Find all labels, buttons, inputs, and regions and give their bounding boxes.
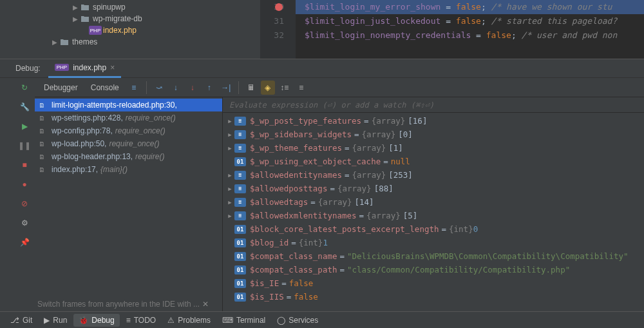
step-out-icon[interactable]: ↑	[202, 81, 216, 95]
pin-icon[interactable]: 📌	[17, 235, 32, 249]
stack-frame[interactable]: 🗎limit-login-attempts-reloaded.php:30,	[35, 99, 222, 111]
console-tab[interactable]: Console	[86, 81, 124, 94]
chevron-icon[interactable]: ▶	[71, 15, 80, 23]
project-tree-item[interactable]: PHPindex.php	[0, 24, 260, 36]
variable-count: [5]	[403, 211, 418, 220]
expand-arrow-icon[interactable]: ▶	[225, 131, 234, 138]
frame-function: require_once()	[126, 113, 176, 122]
stack-frame[interactable]: 🗎wp-blog-header.php:13, require()	[35, 150, 222, 163]
code-editor[interactable]: 303132 $limit_login_my_error_shown = fal…	[260, 0, 644, 59]
variable-name: $allowedxmlentitynames	[250, 211, 357, 220]
variable-count: [16]	[408, 116, 427, 126]
breakpoint-icon[interactable]	[275, 3, 283, 11]
watch-expression-input[interactable]: Evaluate expression (⏎) or add a watch (…	[223, 97, 644, 113]
branch-icon: ⎇	[10, 316, 19, 325]
folder-icon	[80, 3, 90, 12]
variable-type: {array}	[352, 170, 386, 180]
array-badge-icon: ≡	[234, 211, 246, 220]
code-line[interactable]: $limit_login_just_lockedout = false; /* …	[296, 14, 644, 28]
step-over-icon[interactable]: ⤻	[152, 81, 166, 95]
stack-frame[interactable]: 🗎wp-settings.php:428, require_once()	[35, 111, 222, 124]
services-tool-button[interactable]: ◯Services	[272, 314, 323, 327]
bottom-tool-bar: ⎇Git ▶Run 🐞Debug ≡TODO ⚠Problems ⌨Termin…	[0, 311, 644, 328]
variable-value: null	[391, 157, 410, 166]
frame-icon: 🗎	[39, 153, 49, 160]
variable-type: {int}	[299, 238, 323, 247]
mute-breakpoints-icon[interactable]: ⊘	[17, 197, 32, 211]
variable-row[interactable]: 01$_wp_using_ext_object_cache = null	[223, 155, 644, 168]
variable-row[interactable]: 01$is_IE = false	[223, 276, 644, 290]
gutter-line-number[interactable]: 32	[260, 28, 284, 43]
variable-name: $allowedtags	[250, 197, 308, 207]
variable-row[interactable]: ▶≡$_wp_sidebars_widgets = {array} [0]	[223, 128, 644, 141]
chevron-icon[interactable]: ▶	[50, 39, 59, 46]
step-into-icon[interactable]: ↓	[169, 81, 183, 95]
gutter-line-number[interactable]: 31	[260, 14, 284, 28]
terminal-tool-button[interactable]: ⌨Terminal	[217, 314, 270, 327]
filter-icon[interactable]: ≡	[294, 81, 308, 95]
expand-arrow-icon[interactable]: ▶	[225, 118, 234, 124]
expand-arrow-icon[interactable]: ▶	[225, 172, 234, 178]
variable-row[interactable]: 01$compat_class_path = "class/Common/Com…	[223, 263, 644, 276]
rerun-icon[interactable]: ↻	[17, 81, 32, 95]
view-breakpoints-icon[interactable]: ●	[17, 177, 32, 191]
project-tree-item[interactable]: ▶spinupwp	[0, 1, 260, 13]
variable-row[interactable]: 01$is_IIS = false	[223, 290, 644, 304]
tree-item-label: wp-migrate-db	[93, 14, 142, 23]
variable-row[interactable]: ▶≡$allowedentitynames = {array} [253]	[223, 168, 644, 182]
frame-file: wp-load.php:50,	[52, 139, 106, 148]
settings-icon[interactable]: ⚙	[17, 216, 32, 230]
variables-pane[interactable]: Evaluate expression (⏎) or add a watch (…	[223, 97, 644, 311]
variable-row[interactable]: ▶≡$allowedtags = {array} [14]	[223, 195, 644, 209]
stop-icon[interactable]: ■	[17, 158, 32, 172]
variable-row[interactable]: ▶≡$_wp_post_type_features = {array} [16]	[223, 114, 644, 128]
debug-panel-label: Debug:	[15, 64, 41, 73]
chevron-icon[interactable]: ▶	[71, 4, 80, 11]
variable-row[interactable]: ▶≡$allowedxmlentitynames = {array} [5]	[223, 209, 644, 222]
debugger-tab[interactable]: Debugger	[39, 81, 83, 94]
problems-tool-button[interactable]: ⚠Problems	[162, 314, 216, 327]
variable-row[interactable]: ▶≡$allowedposttags = {array} [88]	[223, 182, 644, 195]
variable-type: {array}	[366, 211, 401, 220]
todo-tool-button[interactable]: ≡TODO	[121, 314, 161, 327]
expand-arrow-icon[interactable]: ▶	[225, 186, 234, 192]
project-tree-item[interactable]: ▶wp-migrate-db	[0, 13, 260, 24]
variable-row[interactable]: 01$block_core_latest_posts_excerpt_lengt…	[223, 222, 644, 236]
force-step-into-icon[interactable]: ↓	[185, 81, 200, 95]
trace-icon[interactable]: ◈	[261, 81, 275, 95]
modify-run-config-icon[interactable]: 🔧	[17, 100, 32, 114]
project-tree-item[interactable]: ▶themes	[0, 36, 260, 48]
resume-icon[interactable]: ▶	[17, 119, 32, 133]
debug-session-tab[interactable]: PHP index.php ×	[48, 59, 122, 78]
stack-frame[interactable]: 🗎index.php:17, {main}()	[35, 163, 222, 176]
stack-frame[interactable]: 🗎wp-config.php:78, require_once()	[35, 124, 222, 137]
variable-row[interactable]: ▶≡$_wp_theme_features = {array} [1]	[223, 141, 644, 155]
gutter-line-number[interactable]: 30	[260, 0, 284, 14]
frame-file: wp-config.php:78,	[52, 126, 113, 135]
git-tool-button[interactable]: ⎇Git	[5, 314, 37, 327]
evaluate-expression-icon[interactable]: 🖩	[244, 81, 258, 95]
expand-arrow-icon[interactable]: ▶	[225, 213, 234, 219]
run-tool-button[interactable]: ▶Run	[39, 314, 72, 327]
variable-name: $allowedposttags	[250, 184, 327, 193]
variable-type: {array}	[372, 116, 406, 126]
run-to-cursor-icon[interactable]: →|	[219, 81, 233, 95]
debug-tool-button[interactable]: 🐞Debug	[73, 314, 119, 327]
threads-icon[interactable]: ≡	[127, 81, 141, 95]
variable-row[interactable]: 01$compat_class_name = "DeliciousBrains\…	[223, 249, 644, 263]
array-badge-icon: ≡	[234, 130, 246, 139]
sort-icon[interactable]: ↕≡	[278, 81, 292, 95]
stack-frame[interactable]: 🗎wp-load.php:50, require_once()	[35, 137, 222, 150]
frame-function: require_once()	[109, 139, 159, 148]
expand-arrow-icon[interactable]: ▶	[225, 199, 234, 206]
variable-row[interactable]: 01$blog_id = {int} 1	[223, 236, 644, 249]
code-line[interactable]: $limit_login_nonempty_credentials = fals…	[296, 28, 644, 43]
code-line[interactable]: $limit_login_my_error_shown = false; /* …	[296, 0, 644, 14]
separator	[146, 81, 147, 94]
close-icon[interactable]: ×	[110, 63, 115, 72]
debug-panel-tabs: Debug: PHP index.php ×	[0, 59, 644, 78]
frames-pane[interactable]: 🗎limit-login-attempts-reloaded.php:30,🗎w…	[35, 97, 223, 311]
expand-arrow-icon[interactable]: ▶	[225, 145, 234, 151]
pause-icon[interactable]: ❚❚	[17, 139, 32, 153]
project-tree[interactable]: ▶spinupwp▶wp-migrate-dbPHPindex.php▶them…	[0, 0, 260, 59]
